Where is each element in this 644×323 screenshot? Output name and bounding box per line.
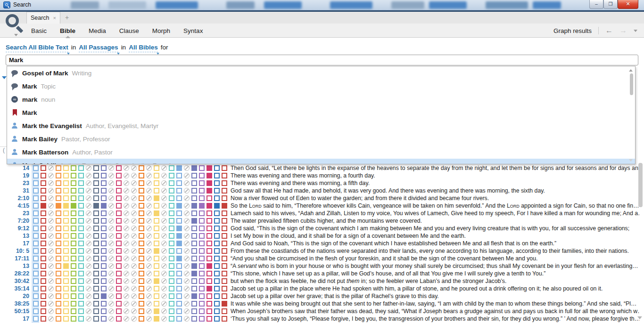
resource-cell[interactable] [41,195,46,201]
resource-cell[interactable] [71,241,76,246]
resource-cell[interactable] [116,173,122,178]
resource-cell[interactable] [214,286,220,291]
resource-cell[interactable] [206,188,212,194]
resource-cell[interactable] [78,241,84,246]
verse-reference[interactable]: 2:10 [2,195,29,202]
resource-cell[interactable] [63,308,69,314]
resource-cell[interactable] [71,180,76,186]
resource-cell[interactable] [63,203,69,209]
resource-cell[interactable] [33,263,39,269]
resource-cell[interactable] [63,188,69,194]
resource-cell[interactable] [71,316,76,322]
resource-cell[interactable] [56,271,61,276]
resource-cell[interactable] [206,210,212,216]
resource-cell[interactable] [176,210,182,216]
resource-cell[interactable] [33,226,39,231]
result-row[interactable]: 14Then God said, “Let there be lights in… [0,164,639,172]
resource-cell[interactable] [199,195,205,201]
resource-cell[interactable] [33,301,39,307]
resource-cell[interactable] [33,210,39,216]
resource-cell[interactable] [176,233,182,239]
resource-cell[interactable] [214,308,220,314]
result-row[interactable]: 30:42but when the flock was feeble, he d… [0,277,639,285]
resource-cell[interactable] [116,203,122,209]
resource-cell[interactable] [222,210,227,216]
resource-cell[interactable] [176,218,182,224]
resource-cell[interactable] [206,226,212,231]
resource-cell[interactable] [169,278,174,284]
resource-cell[interactable] [206,286,212,291]
resource-cell[interactable] [93,263,99,269]
resource-cell[interactable] [71,165,76,171]
resource-cell[interactable] [101,316,107,322]
verse-reference[interactable]: 50:15 [2,308,29,315]
resource-cell[interactable] [214,180,220,186]
resource-cell[interactable] [56,278,61,284]
resource-cell[interactable] [191,286,197,291]
resource-cell[interactable] [41,286,46,291]
resource-cell[interactable] [169,248,174,254]
resource-cell[interactable] [154,248,159,254]
resource-cell[interactable] [101,293,107,299]
resource-cell[interactable] [78,195,84,201]
resource-cell[interactable] [199,271,205,276]
resource-cell[interactable] [191,203,197,209]
resource-cell[interactable] [116,210,122,216]
resource-cell[interactable] [93,233,99,239]
resource-cell[interactable] [63,278,69,284]
resource-cell[interactable] [63,286,69,291]
resource-cell[interactable] [139,241,144,246]
resource-cell[interactable] [56,263,61,269]
resource-cell[interactable] [191,165,197,171]
resource-cell[interactable] [78,308,84,314]
verse-reference[interactable]: 9:12 [2,225,29,232]
resource-cell[interactable] [63,316,69,322]
resource-cell[interactable] [78,180,84,186]
suggestion-item[interactable]: marknoun [7,93,635,106]
param-link-all-bibles[interactable]: All Bibles [129,44,158,52]
resource-cell[interactable] [116,293,122,299]
resource-cell[interactable] [191,263,197,269]
resource-cell[interactable] [176,173,182,178]
resource-cell[interactable] [222,241,227,246]
section-expand-icon[interactable] [2,76,7,79]
resource-cell[interactable] [56,218,61,224]
verse-reference[interactable]: 23 [2,180,29,186]
panel-search-icon[interactable] [5,13,26,38]
resource-cell[interactable] [222,218,227,224]
resource-cell[interactable] [199,226,205,231]
resource-cell[interactable] [41,256,46,261]
resource-cell[interactable] [71,218,76,224]
result-row[interactable]: 28:22“This stone, which I have set up as… [0,270,639,277]
resource-cell[interactable] [154,195,159,201]
resource-cell[interactable] [199,233,205,239]
resource-cell[interactable] [154,233,159,239]
resource-cell[interactable] [139,226,144,231]
resource-cell[interactable] [206,301,212,307]
search-kind-syntax[interactable]: Syntax [183,27,203,34]
resource-cell[interactable] [41,271,46,276]
resource-cell[interactable] [139,248,144,254]
resource-cell[interactable] [139,286,144,291]
result-row[interactable]: 31God saw all that He had made, and beho… [0,187,639,194]
resource-cell[interactable] [101,263,107,269]
resource-cell[interactable] [56,248,61,254]
resource-cell[interactable] [191,195,197,201]
resource-cell[interactable] [199,316,205,322]
verse-reference[interactable]: 38:25 [2,300,29,307]
resource-cell[interactable] [176,286,182,291]
resource-cell[interactable] [191,233,197,239]
resource-cell[interactable] [33,316,39,322]
resource-cell[interactable] [169,188,174,194]
resource-cell[interactable] [176,248,182,254]
resource-cell[interactable] [214,278,220,284]
resource-cell[interactable] [206,195,212,201]
resource-cell[interactable] [78,256,84,261]
resource-cell[interactable] [101,226,107,231]
resource-cell[interactable] [154,188,159,194]
resource-cell[interactable] [78,293,84,299]
resource-cell[interactable] [206,203,212,209]
resource-cell[interactable] [56,165,61,171]
resource-cell[interactable] [33,188,39,194]
resource-cell[interactable] [33,248,39,254]
